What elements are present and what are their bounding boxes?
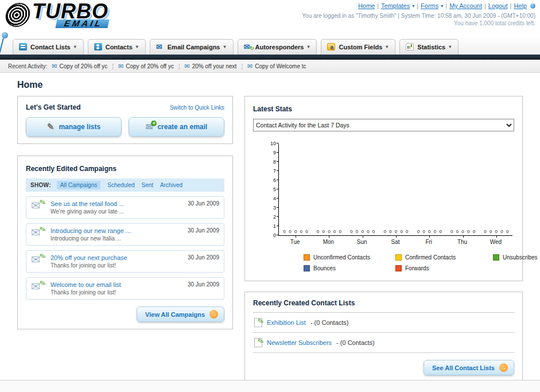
- y-tick-label: 1: [273, 223, 276, 229]
- contact-lists-icon: [19, 43, 27, 51]
- campaign-title-link[interactable]: Welcome to our email list: [50, 281, 182, 288]
- campaign-description: Thanks for joining our list!: [50, 289, 182, 296]
- recent-activity-text: 20% off your next: [192, 63, 237, 69]
- tab-label: Contacts: [106, 44, 133, 51]
- zero-value-labels: 0 0 0 0 0: [346, 229, 379, 234]
- campaign-description: Thanks for joining our list!: [50, 262, 182, 269]
- tab-statistics[interactable]: Statistics▾: [399, 39, 459, 55]
- campaign-row[interactable]: 20% off your next purchaseThanks for joi…: [26, 250, 224, 273]
- tab-email-campaigns[interactable]: Email Campaigns▾: [150, 39, 234, 55]
- pencil-icon: [47, 122, 55, 132]
- recent-activity-item[interactable]: Copy of 20% off yc: [52, 63, 107, 70]
- contact-list-link[interactable]: Newsletter Subscribers: [267, 339, 332, 346]
- turbo-email-logo[interactable]: TURBO EMAIL: [6, 2, 108, 28]
- campaign-title-link[interactable]: See us at the retail food ...: [50, 200, 182, 207]
- zero-value-labels: 0 0 0 0 0: [279, 229, 312, 234]
- header-link-logout[interactable]: Logout: [488, 2, 508, 9]
- custom-fields-icon: [327, 43, 335, 51]
- x-tick-mark: [329, 235, 329, 238]
- recent-activity-item[interactable]: Copy of 20% off yc: [118, 63, 174, 70]
- zero-value-labels: 0 0 0 0 0: [379, 229, 413, 234]
- chevron-down-icon: ▾: [412, 3, 414, 9]
- contact-list-row[interactable]: Exhibition List - (0 Contacts): [253, 313, 514, 333]
- create-email-button[interactable]: create an email: [129, 117, 224, 137]
- manage-lists-button[interactable]: manage lists: [26, 117, 122, 137]
- left-column: Let's Get Started Switch to Quick Links …: [17, 96, 233, 329]
- right-column: Latest Stats Contact Activity for the La…: [244, 96, 523, 383]
- y-tick-label: 10: [270, 141, 276, 146]
- chart-group-thu: 0 0 0 0 0: [446, 144, 479, 235]
- legend-swatch: [493, 254, 499, 261]
- y-tick-label: 8: [273, 159, 276, 165]
- top-nav: Home|Templates▾|Forms▾|My Account|Logout…: [302, 2, 535, 9]
- campaign-title-link[interactable]: Introducing our new range ...: [50, 227, 182, 234]
- legend-item-unsubscribes: Unsubscribes: [493, 254, 540, 261]
- campaign-envelope-pencil-icon: [31, 254, 45, 266]
- filter-all-campaigns[interactable]: All Campaigns: [57, 181, 100, 189]
- login-info: You are logged in as "Timothy Smith" | S…: [302, 13, 535, 19]
- tab-custom-fields[interactable]: Custom Fields▾: [321, 39, 395, 55]
- nav-divider-bar: [0, 55, 540, 60]
- y-tick-label: 3: [273, 205, 276, 211]
- y-tick-label: 4: [273, 196, 276, 201]
- recent-activity-bar: Recent Activity: Copy of 20% off yc¦Copy…: [0, 60, 540, 73]
- campaign-info: 20% off your next purchaseThanks for joi…: [50, 254, 182, 269]
- logo-swirl-icon: [4, 3, 32, 27]
- link-separator: |: [377, 2, 379, 9]
- filter-scheduled[interactable]: Scheduled: [107, 182, 134, 188]
- header-link-forms[interactable]: Forms: [421, 2, 438, 9]
- stats-period-select[interactable]: Contact Activity for the Last 7 Days: [253, 119, 514, 131]
- header-link-templates[interactable]: Templates: [381, 2, 410, 9]
- autoresponders-icon: [244, 43, 252, 51]
- campaign-title-link[interactable]: 20% off your next purchase: [50, 254, 182, 261]
- recent-activity-item[interactable]: 20% off your next: [185, 63, 237, 70]
- contacts-icon: [94, 43, 102, 51]
- campaign-date: 30 Jun 2009: [188, 200, 219, 207]
- statistics-icon: [406, 43, 414, 51]
- recent-activity-items: Copy of 20% off yc¦Copy of 20% off yc¦20…: [52, 63, 306, 70]
- email-campaigns-icon: [156, 43, 164, 51]
- chart-plot-area: 0 0 0 0 00 0 0 0 00 0 0 0 00 0 0 0 00 0 …: [278, 144, 512, 236]
- tab-contact-lists[interactable]: Contact Lists▾: [13, 39, 84, 55]
- link-separator: |: [445, 2, 447, 9]
- campaign-date: 30 Jun 2009: [188, 227, 219, 234]
- link-separator: |: [417, 2, 418, 9]
- x-axis-label-thu: Thu: [445, 239, 479, 245]
- chevron-down-icon: ▾: [136, 44, 138, 49]
- header-link-help[interactable]: Help: [514, 2, 527, 9]
- x-tick-mark: [296, 235, 296, 238]
- header-link-home[interactable]: Home: [358, 2, 375, 9]
- filter-archived[interactable]: Archived: [160, 182, 182, 188]
- campaign-row[interactable]: Welcome to our email listThanks for join…: [26, 277, 224, 300]
- see-all-contact-lists-button[interactable]: See All Contact Lists: [424, 360, 514, 375]
- zero-value-labels: 0 0 0 0 0: [480, 229, 513, 234]
- legend-swatch: [395, 254, 402, 261]
- latest-stats-title: Latest Stats: [253, 105, 292, 113]
- filter-sent[interactable]: Sent: [142, 182, 154, 188]
- x-tick-mark: [396, 235, 397, 238]
- see-all-contact-lists-label: See All Contact Lists: [432, 364, 495, 371]
- contact-list-link[interactable]: Exhibition List: [267, 319, 306, 326]
- page-pencil-icon: [254, 338, 262, 347]
- chevron-down-icon: ▾: [386, 44, 388, 49]
- campaign-row[interactable]: See us at the retail food ...We're givin…: [26, 196, 224, 219]
- legend-label: Unconfirmed Contacts: [313, 254, 370, 261]
- header-link-my-account[interactable]: My Account: [449, 2, 482, 9]
- campaign-envelope-pencil-icon: [31, 227, 45, 239]
- contact-list-row[interactable]: Newsletter Subscribers - (0 Contacts): [253, 333, 514, 353]
- view-all-campaigns-button[interactable]: View All Campaigns: [137, 306, 224, 322]
- campaign-row[interactable]: Introducing our new range ...Introducing…: [26, 223, 224, 246]
- recent-activity-item[interactable]: Copy of Welcome tc: [247, 63, 306, 70]
- tab-label: Custom Fields: [339, 44, 382, 51]
- x-axis-label-sun: Sun: [345, 239, 379, 245]
- page-title: Home: [17, 80, 540, 90]
- tab-contacts[interactable]: Contacts▾: [88, 39, 146, 55]
- legend-item-confirmed-contacts: Confirmed Contacts: [395, 254, 493, 261]
- legend-item-forwards: Forwards: [395, 265, 493, 271]
- switch-quick-links-link[interactable]: Switch to Quick Links: [170, 104, 224, 111]
- contact-list-rows: Exhibition List - (0 Contacts)Newsletter…: [253, 313, 514, 353]
- tab-autoresponders[interactable]: Autoresponders▾: [238, 39, 317, 55]
- link-separator: |: [510, 2, 512, 9]
- page-footer: [0, 380, 540, 392]
- chart-x-labels: TueMonSunSatFriThuWed: [278, 239, 512, 245]
